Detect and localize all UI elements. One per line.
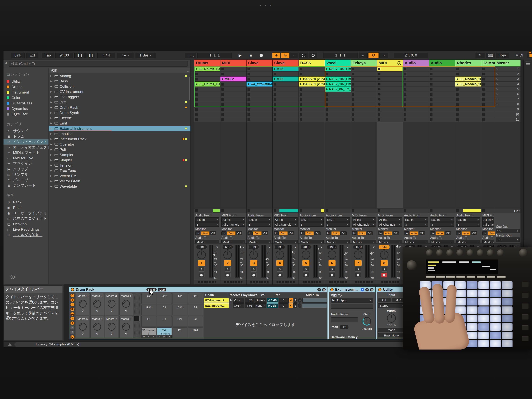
volume-value[interactable]: -Inf (248, 245, 259, 249)
clip-slot[interactable] (194, 117, 220, 122)
clip-slot[interactable] (403, 92, 429, 97)
clip-slot[interactable] (194, 102, 220, 107)
clip-slot[interactable] (247, 112, 272, 117)
macro-control[interactable]: Macro 30 (105, 293, 118, 315)
track-activator-button[interactable]: 1 (198, 260, 205, 266)
monitor-in-button[interactable]: In (300, 232, 305, 235)
browser-collapse-icon[interactable]: ◀ (5, 61, 7, 65)
clip-stop-button[interactable] (404, 73, 406, 75)
macro-knob[interactable] (108, 300, 115, 308)
clip-slot[interactable]: RAFV_102_Em (325, 82, 351, 87)
clip-stop-button[interactable] (456, 68, 459, 70)
macro-knob[interactable] (79, 300, 87, 308)
input-type-select[interactable]: All Ins▼ (274, 217, 298, 222)
expand-triangle-icon[interactable]: ▶ (51, 101, 53, 103)
monitor-in-button[interactable]: In (430, 232, 435, 235)
track-header[interactable]: MIDI (221, 60, 246, 66)
record-button[interactable] (256, 53, 266, 58)
clip-slot[interactable] (247, 92, 272, 97)
clip-slot[interactable] (194, 71, 220, 77)
clip-slot[interactable]: LL_Drums_100 (194, 82, 220, 87)
monitor-off-button[interactable]: Off (262, 232, 268, 235)
clip-slot[interactable] (481, 117, 495, 122)
clip-play-icon[interactable] (326, 78, 328, 80)
clip-stop-button[interactable] (352, 83, 354, 85)
slot-record-button[interactable] (378, 103, 380, 106)
drum-pad-f-1[interactable]: F#1 (172, 316, 187, 327)
master-out-select[interactable]: 1/2▼ (496, 238, 519, 242)
rack-toggle-icon-7[interactable]: ≋ (70, 326, 74, 329)
chain-audio-to[interactable] (302, 303, 327, 308)
clip-stop-button[interactable] (430, 118, 432, 121)
chain-solo-button[interactable]: S (293, 303, 297, 308)
browser-list-item[interactable]: ▶Impulse (49, 131, 190, 136)
clip-stop-button[interactable] (222, 108, 224, 111)
track-header[interactable]: 12 Mode (481, 60, 495, 66)
clip-slot[interactable]: RAFV_102_Em (325, 66, 351, 71)
input-type-select[interactable]: Ext. In▼ (300, 217, 324, 222)
monitor-off-button[interactable]: Off (393, 232, 399, 235)
cue-out-select[interactable]: 1/2▼ (496, 229, 519, 233)
expand-triangle-icon[interactable]: ▶ (51, 117, 53, 119)
clip-slot[interactable] (429, 87, 455, 92)
clip-slot[interactable] (429, 77, 455, 82)
clip-stop-button[interactable] (222, 73, 224, 75)
expand-triangle-icon[interactable]: ▶ (51, 164, 53, 167)
clip-stop-button[interactable] (352, 78, 354, 80)
browser-list-header[interactable]: 名前▴ (49, 68, 190, 73)
clip-stop-button[interactable] (195, 209, 198, 212)
clip-slot[interactable] (455, 97, 481, 102)
sidebar-item-drums[interactable]: Drums (4, 84, 49, 90)
input-type-select[interactable]: Ext. In▼ (456, 217, 480, 222)
drum-pad-ezdrummer-3[interactable]: EZdrummer 3M▶S (141, 328, 156, 338)
clip-slot[interactable] (481, 112, 495, 117)
clip-play-icon[interactable] (274, 68, 276, 70)
drum-pad-g-1[interactable]: G#1 (141, 305, 156, 315)
track-header[interactable]: Vocal (325, 60, 351, 66)
pad-play-icon[interactable]: ▶ (162, 335, 167, 338)
drum-pad-a-1[interactable]: A#1 (172, 305, 187, 315)
clip-slot[interactable] (299, 117, 325, 122)
clip-slot[interactable] (221, 107, 246, 112)
clip-play-icon[interactable] (196, 83, 197, 85)
clip-slot[interactable] (247, 97, 272, 102)
clip-stop-button[interactable] (300, 98, 302, 101)
clip-slot[interactable] (325, 71, 351, 77)
monitor-off-button[interactable]: Off (288, 232, 294, 235)
clip-slot[interactable] (221, 112, 246, 117)
link-button[interactable]: Link (11, 53, 25, 58)
clip-stop-button[interactable] (300, 209, 302, 212)
fader-handle[interactable] (291, 251, 293, 253)
pad-overview-selection[interactable] (134, 316, 140, 321)
clip-slot[interactable] (429, 71, 455, 77)
chain-pan[interactable]: C (279, 298, 289, 302)
clip-slot[interactable] (351, 117, 377, 122)
clip-slot[interactable] (403, 77, 429, 82)
sidebar-item--[interactable]: ≈グルーヴ (4, 177, 49, 183)
expand-triangle-icon[interactable]: ▶ (51, 154, 53, 156)
track-header[interactable]: Clave (273, 60, 298, 66)
clip-slot[interactable] (481, 71, 495, 77)
chain-speaker-button[interactable] (289, 303, 293, 308)
monitor-off-button[interactable]: Off (340, 232, 347, 235)
width-knob[interactable] (387, 314, 396, 323)
solo-button[interactable]: S (225, 267, 231, 272)
sidebar-item--[interactable]: ▤現在のプロジェクト (4, 216, 49, 221)
clip-slot[interactable] (351, 77, 377, 82)
device-drop-area[interactable]: デバイスをここへドロップします (204, 310, 327, 339)
clip-slot[interactable] (377, 77, 403, 82)
clip-slot[interactable] (351, 87, 377, 92)
hot-swap-icon[interactable]: ⇄ (365, 288, 369, 291)
play-button[interactable]: ▶ (235, 53, 245, 58)
clip-play-icon[interactable] (326, 88, 328, 90)
clip-slot[interactable] (247, 102, 272, 107)
scene-slot[interactable]: ▷3 (495, 77, 520, 82)
chain-speaker-button[interactable] (289, 298, 293, 302)
clip-slot[interactable] (194, 77, 220, 82)
input-type-select[interactable]: Ext. In▼ (404, 217, 428, 222)
punch-in-button[interactable]: ⌐ (359, 53, 368, 58)
track-activator-button[interactable]: 7 (355, 260, 362, 266)
clip-stop-button[interactable] (274, 98, 276, 101)
scene-slot[interactable]: ▷6 (495, 92, 520, 97)
browser-list-item[interactable]: ▶Drift (49, 100, 190, 105)
